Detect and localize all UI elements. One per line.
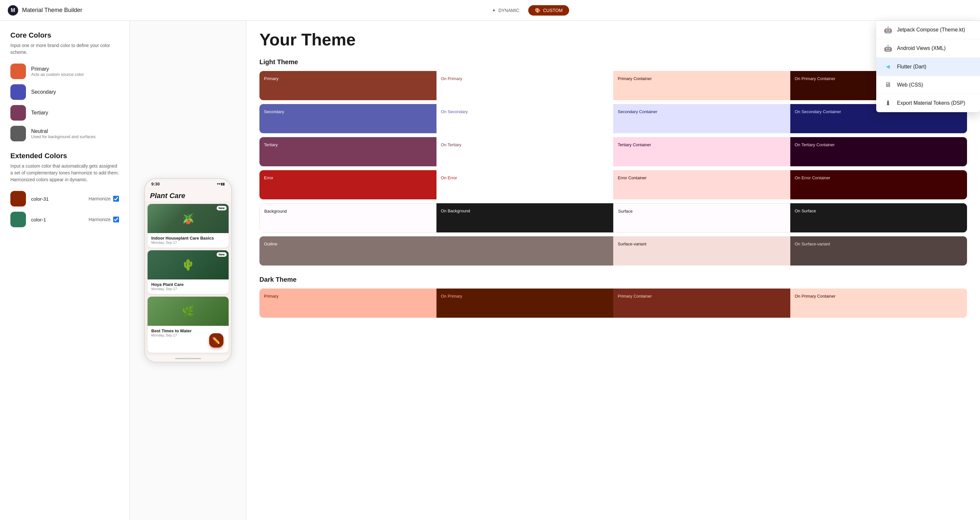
logo-letter: M — [11, 8, 15, 13]
light-tertiary-cell[interactable]: Tertiary — [259, 137, 436, 166]
download-icon: ⬇ — [884, 99, 892, 107]
dark-theme-row-1: Primary On Primary Primary Container On … — [259, 288, 967, 318]
plant-card-3[interactable]: 🌿 Best Times to Water Monday, Sep 17 ✏️ — [148, 297, 229, 353]
light-error-cell[interactable]: Error — [259, 170, 436, 199]
neutral-color-row[interactable]: Neutral Used for background and surfaces — [10, 126, 119, 142]
light-theme-row-5: Background On Background Surface On Surf… — [259, 203, 967, 232]
light-primary-container-cell[interactable]: Primary Container — [613, 71, 790, 100]
color-1-harmonize-label: Harmonize — [89, 217, 111, 222]
color-31-name: color-31 — [31, 196, 49, 202]
header-nav: ✦ DYNAMIC 🎨 CUSTOM — [485, 5, 569, 16]
dynamic-icon: ✦ — [492, 8, 496, 13]
export-web-css-item[interactable]: 🖥 Web (CSS) — [876, 76, 980, 94]
plant-card-1-body: Indoor Houseplant Care Basics Monday, Se… — [148, 233, 229, 248]
android-icon-1: 🤖 — [884, 26, 892, 34]
custom-label: CUSTOM — [543, 8, 562, 13]
tertiary-color-row[interactable]: Tertiary — [10, 105, 119, 121]
light-on-error-container-cell[interactable]: On Error Container — [790, 170, 967, 199]
core-colors-title: Core Colors — [10, 31, 119, 40]
primary-color-row[interactable]: Primary Acts as custom source color — [10, 64, 119, 79]
light-theme-row-1: Primary On Primary Primary Container On … — [259, 71, 967, 100]
color-1-left[interactable]: color-1 — [10, 212, 46, 227]
dark-theme-title: Dark Theme — [259, 276, 967, 283]
light-on-secondary-cell[interactable]: On Secondary — [436, 104, 614, 133]
light-outline-cell[interactable]: Outline — [259, 236, 613, 266]
dark-on-primary-label: On Primary — [441, 294, 463, 299]
header-brand: M Material Theme Builder — [8, 5, 83, 16]
dynamic-nav-button[interactable]: ✦ DYNAMIC — [485, 5, 526, 16]
light-on-surface-variant-cell[interactable]: On Surface-variant — [790, 236, 967, 266]
plant-card-1-image: 🪴 — [148, 204, 229, 233]
secondary-color-row[interactable]: Secondary — [10, 84, 119, 100]
flutter-icon: ◄ — [884, 63, 892, 70]
export-web-css-label: Web (CSS) — [897, 82, 923, 88]
neutral-color-desc: Used for background and surfaces — [31, 134, 95, 139]
phone-frame: 9:30 ▾▾▮▮ Plant Care 🪴 New Indoor Housep… — [144, 178, 232, 363]
light-secondary-cell[interactable]: Secondary — [259, 104, 436, 133]
export-tokens-item[interactable]: ⬇ Export Material Tokens (DSP) — [876, 94, 980, 112]
android-icon-2: 🤖 — [884, 45, 892, 52]
light-on-tertiary-cell[interactable]: On Tertiary — [436, 137, 614, 166]
color-31-harmonize-checkbox[interactable] — [113, 196, 119, 202]
light-theme-row-3: Tertiary On Tertiary Tertiary Container … — [259, 137, 967, 166]
light-secondary-container-cell[interactable]: Secondary Container — [613, 104, 790, 133]
light-on-tertiary-container-cell[interactable]: On Tertiary Container — [790, 137, 967, 166]
export-android-views-item[interactable]: 🤖 Android Views (XML) — [876, 39, 980, 58]
export-android-views-label: Android Views (XML) — [897, 45, 946, 51]
neutral-color-info: Neutral Used for background and surfaces — [31, 128, 95, 139]
dark-on-primary-container-cell[interactable]: On Primary Container — [790, 288, 967, 318]
plant-card-3-title: Best Times to Water — [151, 328, 225, 333]
secondary-color-info: Secondary — [31, 89, 56, 95]
light-on-primary-cell[interactable]: On Primary — [436, 71, 614, 100]
plant-card-3-image: 🌿 — [148, 297, 229, 326]
light-on-tertiary-container-label: On Tertiary Container — [795, 142, 835, 147]
light-error-container-label: Error Container — [618, 175, 647, 180]
plant-card-1[interactable]: 🪴 New Indoor Houseplant Care Basics Mond… — [148, 204, 229, 248]
light-on-surface-cell[interactable]: On Surface — [790, 203, 967, 232]
phone-preview: 9:30 ▾▾▮▮ Plant Care 🪴 New Indoor Housep… — [130, 21, 247, 520]
light-surface-label: Surface — [618, 209, 633, 214]
dark-primary-container-cell[interactable]: Primary Container — [613, 288, 790, 318]
plant-card-2[interactable]: 🌵 New Hoya Plant Care Monday, Sep 17 — [148, 250, 229, 294]
light-secondary-label: Secondary — [264, 109, 284, 114]
light-on-background-label: On Background — [441, 208, 470, 213]
light-primary-cell[interactable]: Primary — [259, 71, 436, 100]
app-logo: M — [8, 5, 18, 16]
primary-color-name: Primary — [31, 66, 84, 72]
light-surface-variant-cell[interactable]: Surface-variant — [613, 236, 790, 266]
light-tertiary-container-label: Tertiary Container — [618, 142, 651, 147]
secondary-color-name: Secondary — [31, 89, 56, 95]
fab-button[interactable]: ✏️ — [209, 333, 223, 348]
light-error-container-cell[interactable]: Error Container — [613, 170, 790, 199]
dark-on-primary-cell[interactable]: On Primary — [436, 288, 614, 318]
app-header: M Material Theme Builder ✦ DYNAMIC 🎨 CUS… — [0, 0, 980, 21]
color-31-swatch — [10, 191, 26, 207]
light-background-label: Background — [264, 209, 287, 214]
tertiary-swatch — [10, 105, 26, 121]
light-on-tertiary-label: On Tertiary — [441, 142, 461, 147]
light-tertiary-container-cell[interactable]: Tertiary Container — [613, 137, 790, 166]
light-on-primary-label: On Primary — [441, 76, 463, 81]
light-surface-variant-label: Surface-variant — [618, 242, 646, 246]
dark-primary-cell[interactable]: Primary — [259, 288, 436, 318]
light-on-primary-container-label: On Primary Container — [795, 76, 836, 81]
web-icon: 🖥 — [884, 81, 892, 89]
secondary-swatch — [10, 84, 26, 100]
light-primary-container-label: Primary Container — [618, 76, 652, 81]
export-jetpack-item[interactable]: 🤖 Jetpack Compose (Theme.kt) — [876, 21, 980, 39]
light-primary-label: Primary — [264, 76, 278, 81]
dark-primary-container-label: Primary Container — [618, 294, 652, 299]
color-31-harmonize: Harmonize — [89, 196, 119, 202]
light-on-error-container-label: On Error Container — [795, 175, 830, 180]
color-31-harmonize-label: Harmonize — [89, 196, 111, 201]
color-1-harmonize-checkbox[interactable] — [113, 216, 119, 223]
light-surface-cell[interactable]: Surface — [613, 203, 790, 232]
light-background-cell[interactable]: Background — [259, 203, 436, 232]
light-on-background-cell[interactable]: On Background — [436, 203, 614, 232]
color-31-left[interactable]: color-31 — [10, 191, 49, 207]
custom-nav-button[interactable]: 🎨 CUSTOM — [528, 5, 569, 16]
export-flutter-item[interactable]: ◄ Flutter (Dart) — [876, 58, 980, 76]
plant-card-2-title: Hoya Plant Care — [151, 282, 225, 287]
light-on-error-cell[interactable]: On Error — [436, 170, 614, 199]
primary-color-desc: Acts as custom source color — [31, 72, 84, 77]
